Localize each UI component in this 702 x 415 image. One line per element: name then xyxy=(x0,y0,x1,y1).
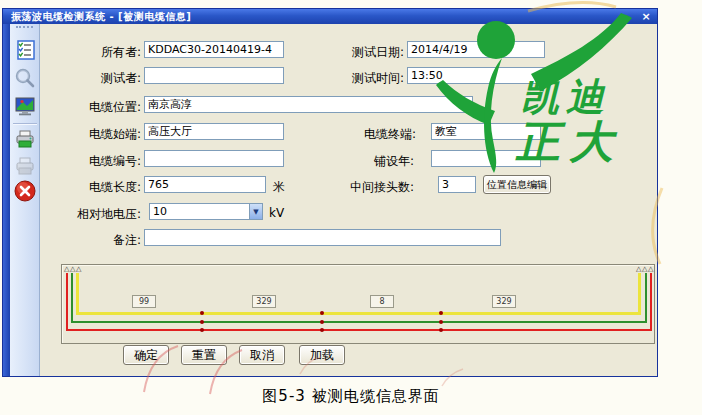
voltage-selected-value: 10 xyxy=(150,205,249,218)
load-button[interactable]: 加载 xyxy=(299,345,345,365)
toolbar-grip-handle[interactable] xyxy=(16,26,33,32)
phase-green-right xyxy=(645,273,647,323)
analysis-screen-icon[interactable] xyxy=(13,94,37,118)
joint-marker[interactable] xyxy=(320,328,324,332)
ok-button[interactable]: 确定 xyxy=(123,345,169,365)
tester-input[interactable] xyxy=(144,67,284,84)
segment-length-box[interactable]: 329 xyxy=(252,295,276,308)
search-icon[interactable] xyxy=(13,66,37,90)
time-label: 测试时间: xyxy=(341,70,404,87)
page-root: 振荡波电缆检测系统 - [被测电缆信息] × xyxy=(0,0,702,415)
voltage-select[interactable]: 10 ▼ xyxy=(149,203,263,220)
number-input[interactable] xyxy=(144,150,284,167)
phase-yellow-line xyxy=(76,312,641,315)
voltage-unit: kV xyxy=(269,206,284,220)
toolbar-separator xyxy=(13,123,37,125)
end-input[interactable] xyxy=(431,123,541,140)
year-input[interactable] xyxy=(431,150,541,167)
year-label: 铺设年: xyxy=(356,153,414,170)
joint-marker[interactable] xyxy=(439,311,443,315)
phase-red-line xyxy=(66,329,652,331)
phase-yellow-right xyxy=(638,273,641,314)
owner-input[interactable] xyxy=(144,41,284,58)
exit-icon[interactable] xyxy=(13,179,37,203)
left-toolbar xyxy=(10,24,40,376)
task-list-icon[interactable] xyxy=(13,38,37,62)
joint-marker[interactable] xyxy=(320,311,324,315)
reset-button[interactable]: 重置 xyxy=(181,345,227,365)
phase-arrow-icon: △ xyxy=(636,266,641,273)
joint-marker[interactable] xyxy=(200,311,204,315)
print-disabled-icon xyxy=(13,154,37,178)
tester-label: 测试者: xyxy=(46,70,141,87)
phase-arrow-icon: △ xyxy=(64,266,69,273)
joint-marker[interactable] xyxy=(439,320,443,324)
joint-marker[interactable] xyxy=(200,328,204,332)
phase-arrow-icon: △ xyxy=(642,266,647,273)
remarks-label: 备注: xyxy=(46,232,141,249)
phase-red-right xyxy=(650,273,652,331)
phase-arrow-icon: △ xyxy=(648,266,653,273)
length-label: 电缆长度: xyxy=(46,179,141,196)
segment-length-box[interactable]: 99 xyxy=(132,295,156,308)
phase-green-line xyxy=(71,321,647,323)
figure-caption: 图5-3 被测电缆信息界面 xyxy=(0,387,702,406)
location-input[interactable] xyxy=(144,96,473,113)
remarks-input[interactable] xyxy=(144,229,501,246)
number-label: 电缆编号: xyxy=(46,153,141,170)
phase-green-left xyxy=(71,273,73,323)
start-label: 电缆始端: xyxy=(46,126,141,143)
start-input[interactable] xyxy=(144,123,284,140)
length-input[interactable] xyxy=(144,176,266,193)
time-input[interactable] xyxy=(407,67,545,84)
chevron-down-icon[interactable]: ▼ xyxy=(249,204,262,219)
date-input[interactable] xyxy=(407,41,545,58)
joint-marker[interactable] xyxy=(439,328,443,332)
joint-marker[interactable] xyxy=(200,320,204,324)
cancel-button[interactable]: 取消 xyxy=(239,345,285,365)
app-window: 振荡波电缆检测系统 - [被测电缆信息] × xyxy=(2,8,658,377)
window-title: 振荡波电缆检测系统 - [被测电缆信息] xyxy=(11,10,639,24)
close-icon[interactable]: × xyxy=(639,11,653,23)
edit-position-button[interactable]: 位置信息编辑 xyxy=(483,175,551,194)
phase-red-left xyxy=(66,273,68,331)
joints-label: 中间接头数: xyxy=(336,179,414,196)
title-bar[interactable]: 振荡波电缆检测系统 - [被测电缆信息] × xyxy=(3,9,657,24)
voltage-label: 相对地电压: xyxy=(41,206,141,223)
print-icon[interactable] xyxy=(13,127,37,151)
phase-arrow-icon: △ xyxy=(76,266,81,273)
location-label: 电缆位置: xyxy=(46,99,141,116)
joint-marker[interactable] xyxy=(320,320,324,324)
owner-label: 所有者: xyxy=(46,44,141,61)
joints-input[interactable] xyxy=(438,176,476,193)
phase-yellow-left xyxy=(76,273,79,314)
length-unit: 米 xyxy=(273,179,285,196)
phase-arrow-icon: △ xyxy=(70,266,75,273)
end-label: 电缆终端: xyxy=(346,126,416,143)
dock-strip xyxy=(3,24,10,376)
segment-length-box[interactable]: 329 xyxy=(492,295,516,308)
date-label: 测试日期: xyxy=(341,44,404,61)
cable-diagram-panel: △ △ △ △ △ △ xyxy=(61,264,655,344)
segment-length-box[interactable]: 8 xyxy=(370,295,394,308)
